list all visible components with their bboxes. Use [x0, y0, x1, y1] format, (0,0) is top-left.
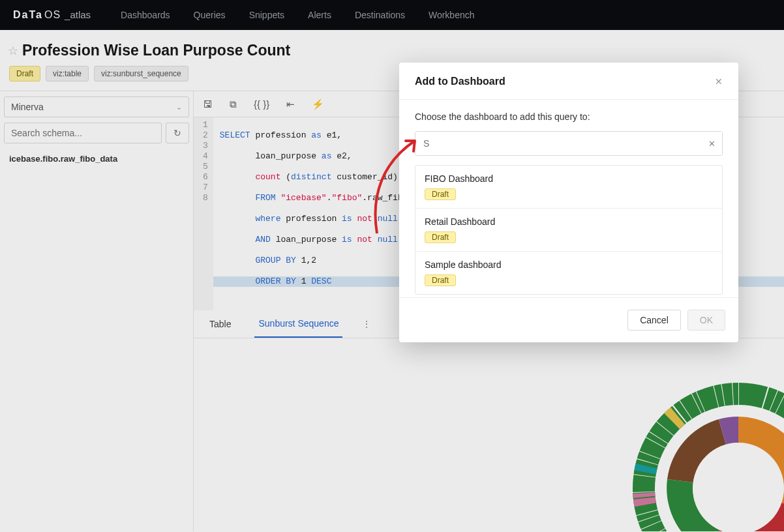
- modal-prompt: Choose the dashboard to add this query t…: [415, 111, 723, 122]
- dashboard-option[interactable]: FIBO Dashboard Draft: [415, 166, 722, 209]
- dashboard-option-name: Sample dashboard: [425, 259, 713, 270]
- ok-button[interactable]: OK: [687, 310, 725, 331]
- dashboard-list: FIBO Dashboard Draft Retail Dashboard Dr…: [415, 165, 723, 295]
- modal-title: Add to Dashboard: [415, 76, 505, 87]
- clear-search-icon[interactable]: ✕: [708, 139, 716, 149]
- dashboard-option-badge: Draft: [425, 274, 456, 286]
- dashboard-search-input[interactable]: [415, 132, 722, 155]
- cancel-button[interactable]: Cancel: [627, 310, 681, 331]
- dashboard-option[interactable]: Retail Dashboard Draft: [415, 209, 722, 252]
- close-icon[interactable]: ✕: [715, 76, 723, 87]
- dashboard-option-name: FIBO Dashboard: [425, 173, 713, 184]
- dashboard-option-badge: Draft: [425, 188, 456, 200]
- dashboard-option[interactable]: Sample dashboard Draft: [415, 252, 722, 294]
- dashboard-option-badge: Draft: [425, 231, 456, 243]
- add-to-dashboard-modal: Add to Dashboard ✕ Choose the dashboard …: [399, 63, 738, 342]
- dashboard-option-name: Retail Dashboard: [425, 216, 713, 227]
